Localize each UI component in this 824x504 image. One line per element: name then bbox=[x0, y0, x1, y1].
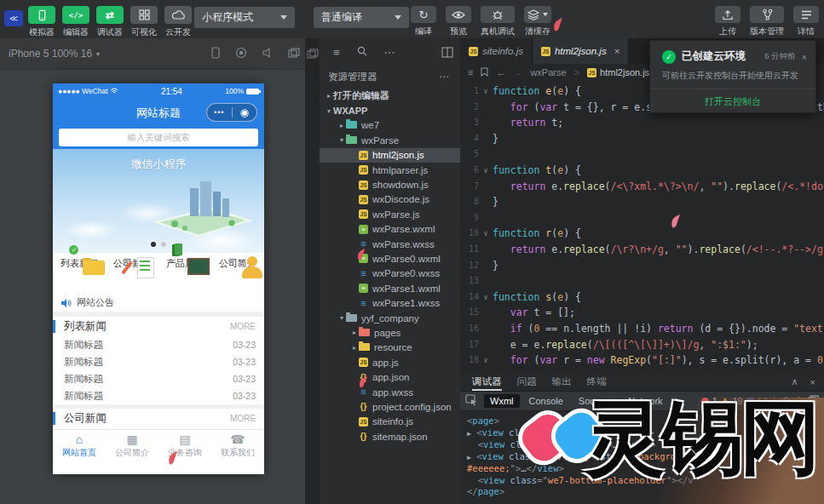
news-row[interactable]: 新闻标题03-23 bbox=[53, 336, 264, 353]
overflow-tabs-icon[interactable]: » bbox=[676, 396, 681, 406]
tree-item[interactable]: JSwxParse.js bbox=[320, 207, 460, 221]
tree-item[interactable]: {}project.config.json bbox=[320, 399, 460, 414]
tree-item[interactable]: ▸打开的编辑器 bbox=[320, 89, 460, 103]
debugger-tab[interactable]: 调试器 bbox=[472, 372, 502, 391]
more-link[interactable]: MORE bbox=[230, 322, 256, 331]
wxml-line[interactable]: ▶ <view class="we7-body" style="backgrou… bbox=[467, 451, 817, 464]
close-panel-icon[interactable]: × bbox=[810, 377, 815, 387]
wxml-line[interactable]: <view class="we7-bottom-placeholder"></v bbox=[467, 475, 817, 487]
fold-chevron-icon[interactable]: ∨ bbox=[479, 289, 493, 306]
tree-item[interactable]: JShtmlparser.js bbox=[320, 163, 460, 177]
toolbar-button-swap[interactable]: ⇄调试器 bbox=[96, 6, 124, 38]
quick-link-folder-check[interactable]: ✓列表新闻 bbox=[55, 255, 104, 294]
dock-side-icon[interactable] bbox=[808, 395, 819, 407]
dock-window-icon[interactable] bbox=[307, 48, 319, 63]
tree-item[interactable]: ≡wxParse.wxss bbox=[320, 237, 460, 251]
bookmark-icon[interactable] bbox=[481, 67, 488, 78]
phone-tab-building[interactable]: ▦公司简介 bbox=[106, 430, 158, 463]
toolbar-button-phone[interactable]: 模拟器 bbox=[28, 6, 55, 38]
record-icon[interactable] bbox=[235, 47, 247, 62]
devtools-tab[interactable]: Sources bbox=[573, 394, 619, 408]
rotate-device-icon[interactable] bbox=[210, 47, 221, 62]
tree-item[interactable]: ≡app.wxss bbox=[320, 385, 460, 399]
tree-item[interactable]: {}app.json bbox=[320, 369, 460, 384]
tree-item[interactable]: JSshowdown.js bbox=[320, 177, 460, 192]
menu-icon[interactable]: ≡ bbox=[468, 67, 473, 77]
wxml-line[interactable]: <page> bbox=[467, 415, 817, 427]
close-notification-icon[interactable]: × bbox=[802, 52, 807, 62]
open-cloud-console-link[interactable]: 打开云控制台 bbox=[650, 89, 815, 108]
news-row[interactable]: 新闻标题03-23 bbox=[53, 353, 264, 370]
devtools-tab[interactable]: Console bbox=[523, 394, 569, 408]
news-row[interactable]: 新闻标题03-23 bbox=[53, 387, 264, 404]
kebab-menu-icon[interactable]: ⋮ bbox=[794, 395, 804, 407]
fold-chevron-icon[interactable]: ∨ bbox=[479, 83, 493, 100]
search-input[interactable]: 输入关键词搜索 bbox=[59, 129, 258, 146]
fold-chevron-icon[interactable]: ∨ bbox=[479, 352, 493, 369]
breadcrumb-folder[interactable]: wxParse bbox=[530, 67, 566, 77]
fold-chevron-icon[interactable]: ∨ bbox=[479, 226, 493, 242]
action-detail[interactable]: 详情 bbox=[793, 6, 819, 37]
quick-link-board[interactable]: 产品展示 bbox=[160, 255, 210, 294]
tree-item[interactable]: JShtml2json.js bbox=[320, 148, 460, 163]
more-icon[interactable]: ⋯ bbox=[384, 46, 395, 59]
close-miniprogram-button[interactable]: ◉ bbox=[233, 104, 257, 121]
action-refresh[interactable]: ↻编译 bbox=[411, 6, 436, 37]
tree-item[interactable]: ‹›wxParse1.wxml bbox=[320, 281, 460, 295]
compile-dropdown[interactable]: 普通编译 bbox=[314, 7, 409, 28]
debugger-tab[interactable]: 输出 bbox=[552, 372, 572, 391]
tree-item[interactable]: ‹›wxParse0.wxml bbox=[320, 251, 460, 266]
toolbar-button-code[interactable]: </>编辑器 bbox=[62, 6, 89, 38]
tree-item[interactable]: ▾WXAPP bbox=[320, 103, 460, 117]
tree-item[interactable]: ≡wxParse0.wxss bbox=[320, 266, 460, 281]
wxml-tree[interactable]: <page>▶ <view class="we7-search">…</view… bbox=[460, 411, 824, 502]
wxml-line[interactable]: ▶ <view class="we7-search">…</view> bbox=[467, 427, 817, 440]
tree-item[interactable]: ≡wxParse1.wxss bbox=[320, 295, 460, 310]
phone-tab-doc[interactable]: ▤业务咨询 bbox=[158, 430, 211, 463]
devtools-logo-icon[interactable]: ≪ bbox=[4, 10, 23, 26]
news-row[interactable]: 新闻标题03-23 bbox=[53, 370, 264, 387]
editor-tab[interactable]: JSsiteinfo.js bbox=[460, 38, 533, 64]
close-tab-icon[interactable]: × bbox=[614, 46, 620, 56]
breadcrumb-file[interactable]: JShtml2json.js bbox=[587, 67, 649, 77]
gear-icon[interactable]: ⚙ bbox=[781, 395, 791, 407]
tree-item[interactable]: {}sitemap.json bbox=[320, 429, 460, 444]
action-eye[interactable]: 预览 bbox=[446, 6, 471, 37]
more-actions-icon[interactable]: ⋯ bbox=[439, 71, 450, 83]
inspect-element-icon[interactable] bbox=[465, 393, 477, 409]
announcement-bar[interactable]: 网站公告 bbox=[53, 294, 264, 312]
mode-dropdown[interactable]: 小程序模式 bbox=[194, 7, 295, 28]
debugger-tab[interactable]: 问题 bbox=[517, 372, 537, 391]
action-upload[interactable]: 上传 bbox=[715, 6, 740, 37]
search-icon[interactable] bbox=[357, 46, 367, 59]
wxml-line[interactable]: </page> bbox=[467, 486, 817, 498]
devtools-tab[interactable]: Wxml bbox=[484, 394, 520, 408]
fold-chevron-icon[interactable]: ∨ bbox=[479, 163, 493, 179]
action-branch[interactable]: 版本管理 bbox=[750, 6, 784, 37]
wxml-line[interactable]: #eeeeee;">…</view> bbox=[467, 463, 817, 475]
device-selector[interactable]: iPhone 5 100% 16 bbox=[9, 48, 92, 60]
action-bug[interactable]: 真机调试 bbox=[481, 6, 515, 37]
nav-forward-icon[interactable]: → bbox=[513, 67, 522, 77]
phone-tab-home[interactable]: ⌂网站首页 bbox=[53, 430, 106, 463]
tree-item[interactable]: JSwxDiscode.js bbox=[320, 192, 460, 207]
separate-window-icon[interactable] bbox=[288, 47, 300, 62]
split-editor-icon[interactable] bbox=[441, 46, 453, 61]
nav-back-icon[interactable]: ← bbox=[496, 67, 505, 77]
tree-item[interactable]: JSsiteinfo.js bbox=[320, 415, 460, 429]
tree-item[interactable]: ▾yyf_company bbox=[320, 311, 460, 325]
menu-icon[interactable]: ≡ bbox=[333, 46, 340, 59]
toolbar-button-grid[interactable]: 可视化 bbox=[130, 6, 158, 38]
tree-item[interactable]: ‹›wxParse.wxml bbox=[320, 222, 460, 237]
action-layers[interactable]: 清缓存 bbox=[524, 6, 551, 37]
more-link[interactable]: MORE bbox=[230, 414, 256, 423]
tree-item[interactable]: ▾wxParse bbox=[320, 133, 460, 147]
tree-item[interactable]: ▸resource bbox=[320, 341, 460, 355]
tree-item[interactable]: ▸pages bbox=[320, 325, 460, 340]
quick-link-person[interactable]: 公司简介 bbox=[213, 255, 262, 294]
debugger-tab[interactable]: 终端 bbox=[587, 372, 607, 391]
mute-icon[interactable] bbox=[262, 47, 274, 62]
wxml-line[interactable]: <view class="we7-banner">…</view> bbox=[467, 439, 817, 451]
editor-tab[interactable]: JShtml2json.js× bbox=[533, 38, 629, 64]
more-menu-button[interactable]: ••• bbox=[207, 108, 232, 117]
